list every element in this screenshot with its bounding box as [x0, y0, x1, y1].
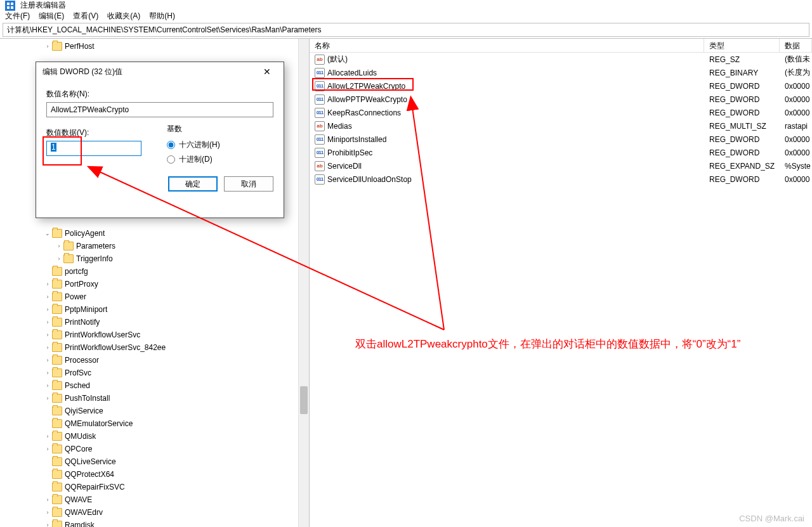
tree-item[interactable]: QQLiveService [0, 455, 309, 468]
chevron-right-icon[interactable]: › [43, 522, 52, 527]
dialog-buttons: 确定 取消 [36, 172, 284, 193]
chevron-right-icon[interactable]: › [43, 382, 52, 389]
tree-item-label: TriggerInfo [76, 254, 113, 263]
chevron-right-icon[interactable]: › [43, 446, 52, 452]
tree-item[interactable]: ›PerfHost [0, 40, 309, 53]
value-data-input[interactable]: 1 [46, 141, 141, 156]
binary-value-icon [315, 148, 325, 158]
folder-icon [63, 242, 74, 250]
col-type[interactable]: 类型 [704, 39, 780, 52]
chevron-right-icon[interactable]: › [43, 509, 52, 516]
tree-item[interactable]: ›Psched [0, 379, 309, 392]
chevron-right-icon[interactable]: › [43, 370, 52, 376]
tree-item-label: PortProxy [65, 280, 98, 289]
chevron-right-icon[interactable]: › [43, 43, 52, 49]
radio-dec[interactable]: 十进制(D) [167, 154, 220, 165]
chevron-right-icon[interactable]: › [43, 433, 52, 439]
value-data: 0x0000 [780, 135, 812, 144]
tree-item[interactable]: QMEmulatorService [0, 417, 309, 430]
chevron-down-icon[interactable]: ⌄ [43, 230, 52, 237]
tree-item[interactable]: ⌄PolicyAgent [0, 227, 309, 240]
tree-scrollbar[interactable] [298, 39, 309, 527]
address-bar[interactable]: 计算机\HKEY_LOCAL_MACHINE\SYSTEM\CurrentCon… [3, 23, 809, 37]
tree-item[interactable]: ›TriggerInfo [0, 252, 309, 265]
value-data: 0x0000 [780, 175, 812, 184]
value-name-input[interactable] [46, 102, 273, 117]
tree-item[interactable]: ›QMUdisk [0, 430, 309, 443]
tree-item[interactable]: ›PrintNotify [0, 316, 309, 329]
svg-rect-2 [7, 6, 10, 9]
chevron-right-icon[interactable]: › [43, 294, 52, 300]
titlebar: 注册表编辑器 [0, 0, 812, 11]
menu-help[interactable]: 帮助(H) [149, 11, 175, 22]
scrollbar-thumb[interactable] [300, 386, 308, 414]
value-type: REG_DWORD [704, 175, 780, 184]
radio-hex-input[interactable] [167, 141, 175, 149]
menu-edit[interactable]: 编辑(E) [39, 11, 64, 22]
tree-item[interactable]: ›QWAVEdrv [0, 506, 309, 519]
col-name[interactable]: 名称 [310, 39, 704, 52]
chevron-right-icon[interactable]: › [43, 281, 52, 287]
value-type: REG_SZ [704, 55, 780, 64]
chevron-right-icon[interactable]: › [43, 332, 52, 338]
list-row[interactable]: ServiceDllREG_EXPAND_SZ%Syste [310, 159, 812, 172]
tree-item[interactable]: ›QPCore [0, 443, 309, 455]
radio-hex[interactable]: 十六进制(H) [167, 140, 220, 150]
chevron-right-icon[interactable]: › [43, 497, 52, 503]
menu-file[interactable]: 文件(F) [5, 11, 30, 22]
tree-item[interactable]: ›Parameters [0, 240, 309, 252]
list-row[interactable]: AllowPPTPWeakCryptoREG_DWORD0x0000 [310, 93, 812, 106]
tree-item[interactable]: ›PushToInstall [0, 392, 309, 405]
tree-item[interactable]: ›QWAVE [0, 493, 309, 506]
binary-value-icon [315, 94, 325, 105]
close-icon[interactable]: ✕ [257, 64, 277, 79]
tree-item-label: PerfHost [65, 42, 95, 51]
list-row[interactable]: AllowL2TPWeakCryptoREG_DWORD0x0000 [310, 79, 812, 93]
tree-item[interactable]: QQRepairFixSVC [0, 481, 309, 493]
list-row[interactable]: ProhibitIpSecREG_DWORD0x0000 [310, 146, 812, 159]
svg-rect-1 [11, 3, 13, 5]
chevron-right-icon[interactable]: › [43, 306, 52, 313]
tree-item[interactable]: ›Processor [0, 354, 309, 367]
value-type: REG_MULTI_SZ [704, 122, 780, 131]
tree-item[interactable]: ›Power [0, 290, 309, 303]
value-data: (长度为 [780, 67, 812, 78]
tree-item[interactable]: ›Ramdisk [0, 519, 309, 527]
menu-view[interactable]: 查看(V) [73, 11, 98, 22]
string-value-icon [315, 121, 325, 131]
list-row[interactable]: MiniportsInstalledREG_DWORD0x0000 [310, 133, 812, 146]
list-row[interactable]: KeepRasConnectionsREG_DWORD0x0000 [310, 106, 812, 119]
list-row[interactable]: ServiceDllUnloadOnStopREG_DWORD0x0000 [310, 172, 812, 186]
chevron-right-icon[interactable]: › [55, 256, 63, 262]
tree-item[interactable]: ›PortProxy [0, 278, 309, 290]
chevron-right-icon[interactable]: › [43, 319, 52, 325]
radio-dec-input[interactable] [167, 155, 175, 164]
address-text: 计算机\HKEY_LOCAL_MACHINE\SYSTEM\CurrentCon… [7, 25, 322, 36]
tree-item[interactable]: ›PrintWorkflowUserSvc [0, 329, 309, 341]
tree-item[interactable]: portcfg [0, 265, 309, 278]
folder-icon [52, 394, 62, 403]
list-row[interactable]: MediasREG_MULTI_SZrastapi [310, 119, 812, 133]
value-name: Medias [327, 122, 352, 131]
tree-item[interactable]: ›PrintWorkflowUserSvc_842ee [0, 341, 309, 354]
list-pane[interactable]: 名称 类型 数据 (默认)REG_SZ(数值未AllocatedLuidsREG… [310, 39, 812, 527]
menu-favorites[interactable]: 收藏夹(A) [107, 11, 140, 22]
tree-item[interactable]: ›PptpMiniport [0, 303, 309, 316]
chevron-right-icon[interactable]: › [43, 344, 52, 351]
list-row[interactable]: AllocatedLuidsREG_BINARY(长度为 [310, 66, 812, 79]
edit-dword-dialog: 编辑 DWORD (32 位)值 ✕ 数值名称(N): 数值数据(V): 1 基… [36, 62, 284, 218]
tree-item[interactable]: QQProtectX64 [0, 468, 309, 481]
tree-item[interactable]: ›ProfSvc [0, 367, 309, 379]
folder-icon [52, 42, 62, 51]
ok-button[interactable]: 确定 [168, 176, 218, 192]
folder-icon [63, 254, 74, 263]
tree-item[interactable]: QiyiService [0, 405, 309, 417]
chevron-right-icon[interactable]: › [55, 243, 63, 249]
chevron-right-icon[interactable]: › [43, 357, 52, 363]
dialog-title-text: 编辑 DWORD (32 位)值 [43, 67, 122, 77]
value-data: %Syste [780, 162, 812, 171]
col-data[interactable]: 数据 [780, 39, 812, 52]
chevron-right-icon[interactable]: › [43, 395, 52, 401]
cancel-button[interactable]: 取消 [224, 176, 273, 192]
list-row[interactable]: (默认)REG_SZ(数值未 [310, 53, 812, 66]
